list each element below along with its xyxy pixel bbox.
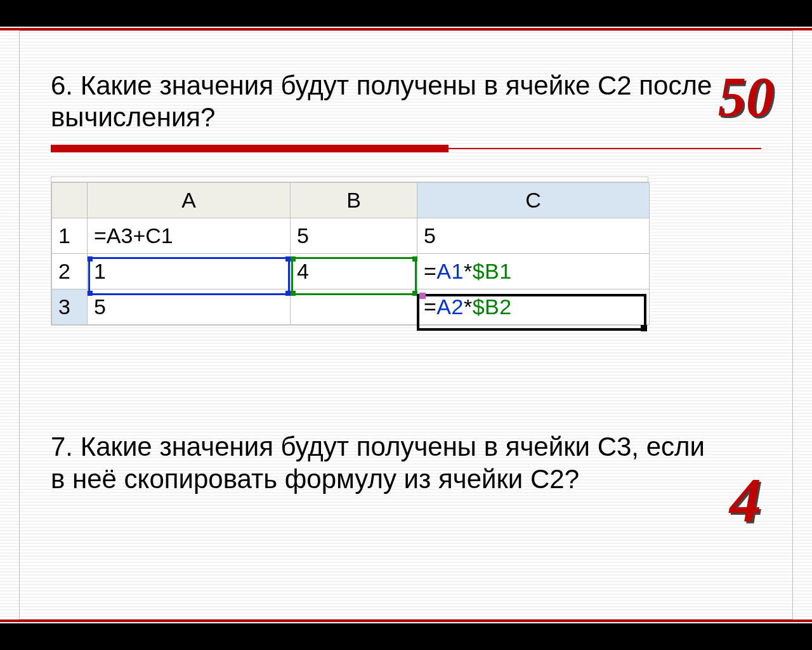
spreadsheet: A B C 1 =A3+C1 5 5 2 1 4 =A1*$B1 [51, 176, 648, 326]
cell-A2[interactable]: 1 [88, 254, 291, 289]
question-6-text: 6. Какие значения будут получены в ячейк… [51, 70, 761, 133]
question-7-score: 4 [730, 463, 761, 536]
fill-handle[interactable] [641, 325, 647, 331]
question-6-score: 50 [718, 65, 774, 129]
col-header-A[interactable]: A [88, 183, 291, 218]
c2-op: * [464, 259, 473, 283]
divider-under-q6 [51, 145, 761, 154]
c2-ref2: $B1 [473, 259, 512, 283]
c3-op: * [464, 295, 473, 319]
cell-B3[interactable] [291, 289, 417, 325]
slide-content: 6. Какие значения будут получены в ячейк… [0, 0, 812, 650]
cell-C2[interactable]: =A1*$B1 [417, 254, 650, 289]
spreadsheet-grid: A B C 1 =A3+C1 5 5 2 1 4 =A1*$B1 [51, 182, 650, 325]
c2-ref1: A1 [436, 259, 464, 283]
c3-eq: = [424, 295, 436, 319]
row-3: 3 5 =A2*$B2 [52, 289, 650, 325]
cell-C1[interactable]: 5 [417, 218, 650, 254]
c3-ref2: $B2 [473, 295, 512, 319]
row-2: 2 1 4 =A1*$B1 [52, 254, 650, 289]
c2-eq: = [424, 259, 436, 283]
row-1: 1 =A3+C1 5 5 [52, 218, 650, 254]
corner-cell[interactable] [52, 183, 88, 218]
column-header-row: A B C [52, 183, 650, 218]
cell-B2[interactable]: 4 [291, 254, 417, 289]
col-header-C[interactable]: C [417, 183, 650, 218]
row-header-3[interactable]: 3 [52, 289, 88, 325]
col-header-B[interactable]: B [291, 183, 417, 218]
cell-A1[interactable]: =A3+C1 [88, 218, 291, 254]
row-header-2[interactable]: 2 [52, 254, 88, 289]
question-7-text: 7. Какие значения будут получены в ячейк… [51, 430, 717, 495]
row-header-1[interactable]: 1 [52, 218, 88, 254]
cell-A3[interactable]: 5 [88, 289, 291, 325]
cell-C3[interactable]: =A2*$B2 [417, 289, 650, 325]
cell-B1[interactable]: 5 [291, 218, 417, 254]
c3-ref1: A2 [436, 295, 464, 319]
